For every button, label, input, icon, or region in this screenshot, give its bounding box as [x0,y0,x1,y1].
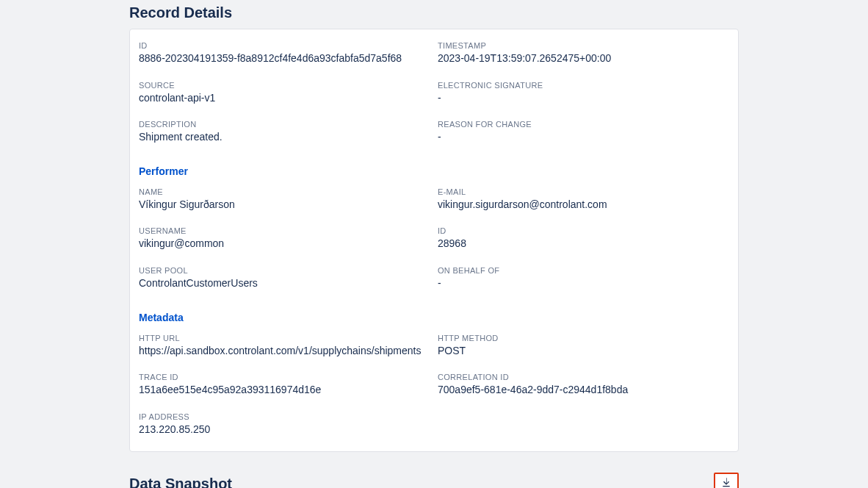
field-timestamp: TIMESTAMP 2023-04-19T13:59:07.2652475+00… [438,41,729,66]
field-httpurl: HTTP URL https://api.sandbox.controlant.… [139,334,430,359]
performer-id-value: 28968 [438,237,729,251]
userpool-label: USER POOL [139,266,430,275]
field-email: E-MAIL vikingur.sigurdarson@controlant.c… [438,187,729,212]
onbehalf-label: ON BEHALF OF [438,266,729,275]
httpurl-value: https://api.sandbox.controlant.com/v1/su… [139,344,430,359]
email-value: vikingur.sigurdarson@controlant.com [438,198,729,212]
record-details-title: Record Details [129,4,739,21]
name-value: Víkingur Sigurðarson [139,198,430,212]
field-name: NAME Víkingur Sigurðarson [139,187,430,212]
field-onbehalf: ON BEHALF OF - [438,266,729,291]
download-button[interactable] [714,473,739,488]
performer-subsection-title: Performer [139,165,729,177]
field-ip: IP ADDRESS 213.220.85.250 [139,412,430,437]
source-value: controlant-api-v1 [139,91,430,106]
httpurl-label: HTTP URL [139,334,430,342]
reason-label: REASON FOR CHANGE [438,120,729,129]
desc-label: DESCRIPTION [139,120,430,129]
email-label: E-MAIL [438,187,729,196]
httpmethod-value: POST [438,344,729,359]
esig-label: ELECTRONIC SIGNATURE [438,81,729,90]
traceid-label: TRACE ID [139,373,430,381]
field-performer-id: ID 28968 [438,226,729,251]
reason-value: - [438,130,729,145]
field-traceid: TRACE ID 151a6ee515e4c95a92a393116974d16… [139,373,430,398]
httpmethod-label: HTTP METHOD [438,334,729,342]
corrid-value: 700a9ef5-681e-46a2-9dd7-c2944d1f8bda [438,383,729,398]
field-httpmethod: HTTP METHOD POST [438,334,729,359]
timestamp-label: TIMESTAMP [438,41,729,50]
download-icon [720,477,732,488]
field-id: ID 8886-202304191359-f8a8912cf4fe4d6a93c… [139,41,430,66]
record-details-card: ID 8886-202304191359-f8a8912cf4fe4d6a93c… [129,29,739,452]
field-esig: ELECTRONIC SIGNATURE - [438,81,729,106]
onbehalf-value: - [438,276,729,291]
username-label: USERNAME [139,226,430,235]
performer-id-label: ID [438,226,729,235]
source-label: SOURCE [139,81,430,90]
ip-value: 213.220.85.250 [139,423,430,437]
field-description: DESCRIPTION Shipment created. [139,120,430,145]
ip-label: IP ADDRESS [139,412,430,421]
field-userpool: USER POOL ControlantCustomerUsers [139,266,430,291]
corrid-label: CORRELATION ID [438,373,729,381]
metadata-subsection-title: Metadata [139,312,729,323]
desc-value: Shipment created. [139,130,430,145]
field-username: USERNAME vikingur@common [139,226,430,251]
id-value: 8886-202304191359-f8a8912cf4fe4d6a93cfab… [139,51,430,66]
esig-value: - [438,91,729,106]
userpool-value: ControlantCustomerUsers [139,276,430,291]
username-value: vikingur@common [139,237,430,251]
id-label: ID [139,41,430,50]
data-snapshot-title: Data Snapshot [129,476,232,488]
field-corrid: CORRELATION ID 700a9ef5-681e-46a2-9dd7-c… [438,373,729,398]
traceid-value: 151a6ee515e4c95a92a393116974d16e [139,383,430,398]
field-reason: REASON FOR CHANGE - [438,120,729,145]
name-label: NAME [139,187,430,196]
timestamp-value: 2023-04-19T13:59:07.2652475+00:00 [438,51,729,66]
field-source: SOURCE controlant-api-v1 [139,81,430,106]
